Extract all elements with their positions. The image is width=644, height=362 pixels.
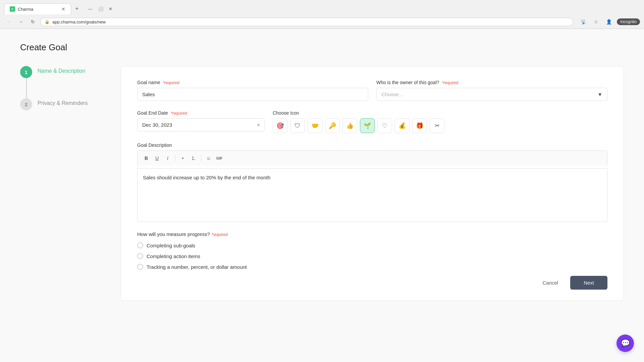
underline-button[interactable]: U [152,154,162,163]
steps-sidebar: 1 Name & Description 2 Privacy & Reminde… [20,66,101,301]
description-group: Goal Description B U I • 1. ☺ GIF Sales … [137,142,607,222]
radio-group: Completing sub-goals Completing action i… [137,242,607,270]
ordered-list-button[interactable]: 1. [189,154,198,163]
step-2-circle: 2 [20,98,32,110]
progress-section: How will you measure progress? *required… [137,231,607,270]
cast-button[interactable]: 📡 [579,17,588,26]
date-required: *required [171,111,187,116]
icon-btn-8[interactable]: 🎁 [412,118,427,133]
radio-sub-goals[interactable]: Completing sub-goals [137,242,607,248]
tab-close-button[interactable]: ✕ [61,6,65,12]
date-input[interactable] [137,118,265,131]
radio-sub-goals-label: Completing sub-goals [147,243,195,248]
new-tab-button[interactable]: + [71,3,83,15]
tab-favicon: C [10,6,15,12]
date-group: Goal End Date *required ✕ [137,110,265,131]
step-2-label: Privacy & Reminders [38,98,88,106]
step-1-circle: 1 [20,66,32,78]
minimize-button[interactable]: — [88,6,93,11]
editor-toolbar: B U I • 1. ☺ GIF [137,150,607,166]
step-1: 1 Name & Description [20,66,101,78]
toolbar-separator-1 [175,155,175,162]
radio-sub-goals-circle [137,242,143,248]
icon-btn-5[interactable]: 🌱 [360,118,375,133]
owner-group: Who is the owner of this goal? *required… [376,80,607,101]
goal-name-input[interactable] [137,88,368,101]
bookmark-button[interactable]: ☆ [591,17,601,26]
url-text: app.charma.com/goals/new [52,19,569,24]
owner-select[interactable]: Choose... ▼ [376,88,607,101]
owner-placeholder: Choose... [381,92,403,97]
back-button[interactable]: ← [4,17,13,26]
date-input-wrapper: ✕ [137,118,265,131]
bullet-list-button[interactable]: • [178,154,187,163]
select-arrow-icon: ▼ [597,92,602,97]
radio-action-items-circle [137,253,143,259]
icon-btn-9[interactable]: ✂ [430,118,444,133]
reload-button[interactable]: ↻ [28,17,38,26]
emoji-button[interactable]: ☺ [204,154,213,163]
owner-required: *required [442,80,458,85]
browser-tab[interactable]: C Charma ✕ [4,3,71,14]
date-clear-button[interactable]: ✕ [257,122,261,128]
page-content: Create Goal 1 Name & Description 2 Priva… [0,29,644,314]
title-bar: C Charma ✕ + — ⬜ ✕ [0,0,644,15]
page-title: Create Goal [20,42,624,53]
goal-name-group: Goal name *required [137,80,368,101]
forward-button[interactable]: → [16,17,25,26]
date-label: Goal End Date *required [137,110,265,116]
gif-button[interactable]: GIF [215,154,224,163]
progress-required: *required [211,232,228,237]
toolbar-separator-2 [201,155,201,162]
icon-btn-4[interactable]: 👍 [342,118,357,133]
description-editor[interactable]: Sales should increase up to 20% by the e… [137,168,607,222]
step-1-label: Name & Description [38,66,85,74]
goal-name-label: Goal name *required [137,80,368,85]
icon-btn-0[interactable]: 🎯 [273,118,287,133]
chat-widget[interactable]: 💬 [616,335,634,352]
radio-tracking[interactable]: Tracking a number, percent, or dollar am… [137,264,607,270]
icon-picker: 🎯 🛡 🤝 🔑 👍 🌱 ♡ 💰 🎁 ✂ [273,118,607,133]
browser-controls: ← → ↻ 🔒 app.charma.com/goals/new 📡 ☆ 👤 I… [0,15,644,28]
form-row-top: Goal name *required Who is the owner of … [137,80,607,101]
incognito-badge: Incognito [617,18,640,25]
icon-btn-3[interactable]: 🔑 [325,118,340,133]
icon-btn-2[interactable]: 🤝 [308,118,322,133]
goal-name-required: *required [163,80,179,85]
browser-chrome: C Charma ✕ + — ⬜ ✕ ← → ↻ 🔒 app.charma.co… [0,0,644,29]
icon-btn-6[interactable]: ♡ [377,118,392,133]
italic-button[interactable]: I [163,154,172,163]
radio-tracking-label: Tracking a number, percent, or dollar am… [147,264,247,270]
step-2: 2 Privacy & Reminders [20,98,101,110]
form-row-date-icon: Goal End Date *required ✕ Choose Icon 🎯 … [137,110,607,133]
form-actions: Cancel Next [536,276,607,290]
profile-button[interactable]: 👤 [604,17,613,26]
lock-icon: 🔒 [45,19,50,24]
tab-title: Charma [18,7,33,12]
address-bar[interactable]: 🔒 app.charma.com/goals/new [40,18,573,26]
cancel-button[interactable]: Cancel [536,277,565,289]
main-layout: 1 Name & Description 2 Privacy & Reminde… [20,66,624,301]
description-label: Goal Description [137,142,607,148]
radio-action-items[interactable]: Completing action items [137,253,607,259]
maximize-button[interactable]: ⬜ [98,6,103,11]
owner-label: Who is the owner of this goal? *required [376,80,607,85]
icon-group: Choose Icon 🎯 🛡 🤝 🔑 👍 🌱 ♡ 💰 🎁 ✂ [273,110,607,133]
browser-actions: 📡 ☆ 👤 Incognito [579,17,640,26]
radio-tracking-circle [137,264,143,270]
window-controls: — ⬜ ✕ [88,6,112,11]
close-window-button[interactable]: ✕ [109,6,112,11]
icon-label: Choose Icon [273,110,607,116]
radio-action-items-label: Completing action items [147,253,200,259]
step-connector [26,78,27,98]
progress-label: How will you measure progress? *required [137,231,607,237]
icon-btn-1[interactable]: 🛡 [290,118,305,133]
next-button[interactable]: Next [570,276,607,290]
bold-button[interactable]: B [142,154,151,163]
icon-btn-7[interactable]: 💰 [395,118,410,133]
form-area: Goal name *required Who is the owner of … [121,66,624,301]
